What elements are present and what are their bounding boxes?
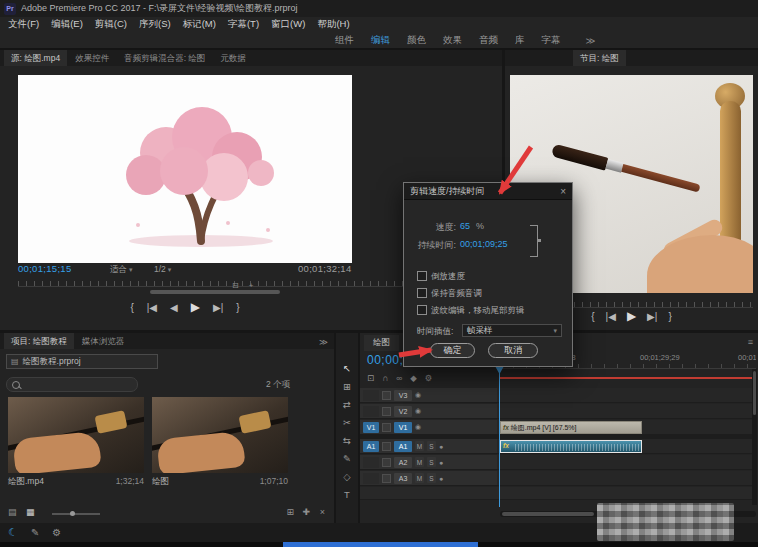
time-interpolation-dropdown[interactable]: 帧采样 ▾: [462, 324, 562, 337]
gear-icon[interactable]: ⚙: [52, 527, 61, 538]
speed-value-hot-text[interactable]: 65: [460, 221, 470, 231]
menu-clip[interactable]: 剪辑(C): [95, 18, 127, 31]
add-marker-icon[interactable]: ◆: [410, 373, 417, 383]
tool-type-icon[interactable]: T: [344, 489, 350, 500]
track-lock-icon[interactable]: [382, 391, 391, 400]
tab-project[interactable]: 项目: 绘图教程: [4, 333, 74, 349]
track-lock-icon[interactable]: [382, 407, 391, 416]
track-toggle-a3[interactable]: A3: [394, 473, 412, 484]
play-button[interactable]: ▶: [191, 300, 200, 314]
panel-menu-icon[interactable]: ≡: [748, 337, 753, 347]
tool-razor-icon[interactable]: ✂: [343, 417, 351, 428]
resolution-dropdown[interactable]: 1/2▾: [154, 264, 171, 274]
panel-overflow-icon[interactable]: ≫: [319, 337, 328, 347]
menu-help[interactable]: 帮助(H): [317, 18, 349, 31]
fit-dropdown[interactable]: 适合▾: [110, 264, 133, 276]
solo-button[interactable]: S: [427, 441, 436, 451]
track-output-icon[interactable]: ◉: [415, 423, 421, 431]
new-bin-icon[interactable]: ⊞: [286, 507, 294, 517]
source-patch[interactable]: [363, 390, 379, 401]
search-input[interactable]: [6, 377, 138, 392]
nest-sequence-icon[interactable]: ⊡: [367, 373, 374, 383]
menu-edit[interactable]: 编辑(E): [51, 18, 83, 31]
add-marker-icon[interactable]: +: [249, 281, 254, 290]
clip-name[interactable]: 绘图: [152, 476, 169, 488]
workspace-tab-assembly[interactable]: 组件: [335, 34, 354, 47]
icon-view-icon[interactable]: ▦: [26, 507, 35, 517]
mic-icon[interactable]: ●: [439, 459, 443, 466]
moon-icon[interactable]: ☾: [8, 526, 18, 539]
workspace-tab-color[interactable]: 颜色: [407, 34, 426, 47]
delete-icon[interactable]: ×: [320, 507, 325, 517]
menu-sequence[interactable]: 序列(S): [139, 18, 171, 31]
track-lock-icon[interactable]: [382, 474, 391, 483]
mic-icon[interactable]: ●: [439, 475, 443, 482]
mark-out-button[interactable]: }: [236, 302, 239, 313]
play-button[interactable]: ▶: [627, 309, 636, 323]
dialog-close-button[interactable]: ×: [560, 186, 566, 197]
tool-slip-icon[interactable]: ⇆: [343, 435, 351, 446]
ripple-edit-checkbox[interactable]: [417, 305, 427, 315]
source-patch-a1[interactable]: A1: [363, 441, 379, 452]
dialog-title-bar[interactable]: 剪辑速度/持续时间 ×: [404, 183, 572, 200]
menu-file[interactable]: 文件(F): [8, 18, 39, 31]
solo-button[interactable]: S: [427, 457, 436, 467]
list-view-icon[interactable]: ▤: [8, 507, 17, 517]
audio-clip[interactable]: fx: [500, 440, 642, 453]
new-item-icon[interactable]: ✚: [302, 507, 310, 517]
source-patch[interactable]: [363, 406, 379, 417]
solo-button[interactable]: S: [427, 473, 436, 483]
track-toggle-v3[interactable]: V3: [394, 390, 412, 401]
menu-marker[interactable]: 标记(M): [183, 18, 216, 31]
step-forward-button[interactable]: ▶|: [213, 302, 223, 313]
tab-source-monitor[interactable]: 源: 绘图.mp4: [4, 50, 67, 66]
mute-button[interactable]: M: [415, 457, 424, 467]
track-output-icon[interactable]: ◉: [415, 407, 421, 415]
tab-sequence[interactable]: 绘图: [364, 335, 399, 351]
tab-audio-clip-mixer[interactable]: 音频剪辑混合器: 绘图: [117, 50, 212, 66]
workspace-tab-effects[interactable]: 效果: [443, 34, 462, 47]
workspace-tab-libraries[interactable]: 库: [515, 34, 525, 47]
project-file-box[interactable]: ▤ 绘图教程.prproj: [6, 354, 158, 369]
taskbar-active-segment[interactable]: [283, 542, 478, 547]
tab-program-monitor[interactable]: 节目: 绘图: [573, 50, 626, 66]
tool-hand-icon[interactable]: ◇: [343, 471, 350, 482]
track-toggle-v2[interactable]: V2: [394, 406, 412, 417]
step-forward-button[interactable]: ▶|: [647, 311, 657, 322]
clip-thumbnail[interactable]: [152, 397, 288, 473]
source-patch[interactable]: [363, 457, 379, 468]
source-zoom-scrollbar[interactable]: [150, 290, 280, 294]
ok-button[interactable]: 确定: [430, 343, 475, 358]
tab-effect-controls[interactable]: 效果控件: [68, 50, 116, 66]
workspace-tab-audio[interactable]: 音频: [479, 34, 498, 47]
clip-name[interactable]: 绘图.mp4: [8, 476, 44, 488]
link-speed-duration-icon[interactable]: [530, 225, 538, 257]
mic-icon[interactable]: ●: [439, 443, 443, 450]
timeline-vertical-scrollbar[interactable]: [752, 369, 757, 505]
playhead-line[interactable]: [499, 373, 500, 507]
track-lock-icon[interactable]: [382, 423, 391, 432]
project-item[interactable]: 绘图 1;07;10: [152, 397, 288, 488]
linked-selection-icon[interactable]: ∞: [396, 373, 402, 383]
tab-metadata[interactable]: 元数据: [213, 50, 253, 66]
clip-thumbnail[interactable]: [8, 397, 144, 473]
tool-track-select-icon[interactable]: ⊞: [343, 381, 351, 392]
track-toggle-a2[interactable]: A2: [394, 457, 412, 468]
menu-title[interactable]: 字幕(T): [228, 18, 259, 31]
mark-in-button[interactable]: {: [591, 311, 594, 322]
tool-selection-icon[interactable]: ↖: [343, 363, 351, 374]
track-output-icon[interactable]: ◉: [415, 391, 421, 399]
menu-window[interactable]: 窗口(W): [271, 18, 305, 31]
track-lock-icon[interactable]: [382, 442, 391, 451]
mute-button[interactable]: M: [415, 473, 424, 483]
track-toggle-v1[interactable]: V1: [394, 422, 412, 433]
tab-media-browser[interactable]: 媒体浏览器: [75, 333, 132, 349]
mute-button[interactable]: M: [415, 441, 424, 451]
timeline-settings-icon[interactable]: ⚙: [425, 373, 433, 383]
tool-pen-icon[interactable]: ✎: [343, 453, 351, 464]
mark-out-button[interactable]: }: [668, 311, 671, 322]
cancel-button[interactable]: 取消: [488, 343, 538, 358]
project-item[interactable]: 绘图.mp4 1;32;14: [8, 397, 144, 488]
tool-ripple-edit-icon[interactable]: ⇄: [343, 399, 351, 410]
marker-box-icon[interactable]: ⊟: [232, 281, 239, 290]
